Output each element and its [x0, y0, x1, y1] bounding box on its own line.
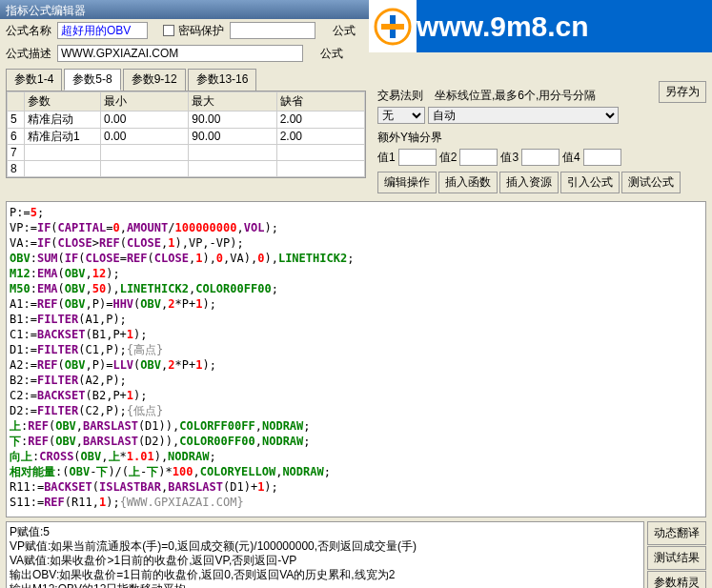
saveas-button[interactable]: 另存为 — [659, 81, 706, 103]
watermark: www.9m8.cn — [369, 0, 712, 52]
extra-y-label: 额外Y轴分界 — [377, 130, 442, 146]
param-cell[interactable] — [104, 130, 185, 143]
v2-input[interactable] — [459, 149, 498, 166]
watermark-text: www.9m8.cn — [417, 10, 589, 43]
param-cell[interactable] — [28, 113, 97, 127]
param-cell[interactable] — [280, 146, 361, 159]
param-cell[interactable] — [280, 112, 361, 126]
param-table: 参数 最小 最大 缺省 5 6 7 8 — [6, 91, 366, 178]
description-panel[interactable]: P赋值:5VP赋值:如果当前流通股本(手)=0,返回成交额(元)/1000000… — [6, 521, 644, 588]
desc-input[interactable] — [57, 45, 303, 62]
param-cell[interactable] — [192, 162, 273, 175]
code-editor[interactable]: P:=5; VP:=IF(CAPITAL=0,AMOUNT/100000000,… — [6, 201, 706, 517]
test-formula-button[interactable]: 测试公式 — [621, 172, 681, 193]
v3-input[interactable] — [521, 149, 559, 166]
param-cell[interactable] — [192, 146, 273, 159]
pwd-label: 密码保护 — [178, 23, 224, 39]
import-formula-button[interactable]: 引入公式 — [560, 172, 620, 193]
param-cell[interactable] — [28, 130, 97, 143]
param-cell[interactable] — [192, 130, 273, 143]
trade-rule-select-1[interactable]: 无 — [377, 107, 425, 124]
table-row: 6 — [8, 128, 365, 145]
param-tabs: 参数1-4 参数5-8 参数9-12 参数13-16 — [6, 69, 372, 91]
dynamic-translate-button[interactable]: 动态翻译 — [647, 521, 706, 545]
extra-y-group: 额外Y轴分界 值1 值2 值3 值4 — [377, 130, 706, 166]
pwd-checkbox[interactable] — [163, 25, 174, 36]
svg-rect-2 — [381, 24, 404, 30]
param-cell[interactable] — [280, 130, 361, 143]
param-th-idx — [8, 92, 25, 112]
insert-func-button[interactable]: 插入函数 — [438, 172, 498, 193]
param-th-name: 参数 — [25, 92, 101, 112]
param-cell[interactable] — [104, 162, 185, 175]
tab-params-9-12[interactable]: 参数9-12 — [123, 69, 186, 91]
table-row: 7 — [8, 145, 365, 161]
v1-label: 值1 — [377, 150, 396, 166]
param-wizard-button[interactable]: 参数精灵 — [647, 571, 706, 588]
formula-label-1: 公式 — [333, 23, 356, 39]
edit-op-button[interactable]: 编辑操作 — [377, 172, 437, 193]
tab-params-13-16[interactable]: 参数13-16 — [188, 69, 257, 91]
window-title: 指标公式编辑器 — [6, 4, 86, 17]
pwd-input[interactable] — [230, 22, 315, 39]
v3-label: 值3 — [500, 150, 519, 166]
param-cell[interactable] — [104, 146, 185, 159]
param-cell[interactable] — [28, 162, 97, 175]
test-result-button[interactable]: 测试结果 — [647, 546, 706, 570]
tab-params-1-4[interactable]: 参数1-4 — [6, 69, 62, 91]
v4-label: 值4 — [562, 150, 580, 166]
table-row: 5 — [8, 112, 365, 129]
watermark-logo-icon — [369, 0, 417, 52]
param-cell[interactable] — [280, 162, 361, 175]
tab-params-5-8[interactable]: 参数5-8 — [64, 69, 120, 91]
trade-rule-select-2[interactable]: 自动 — [428, 107, 619, 124]
param-cell[interactable] — [192, 112, 273, 126]
param-cell[interactable] — [104, 112, 185, 126]
param-th-max: 最大 — [189, 92, 276, 112]
param-th-def: 缺省 — [276, 92, 364, 112]
v1-input[interactable] — [398, 149, 437, 166]
trade-rule-group: 交易法则 坐标线位置,最多6个,用分号分隔 无 自动 — [377, 88, 706, 124]
desc-label: 公式描述 — [6, 46, 51, 62]
insert-res-button[interactable]: 插入资源 — [499, 172, 559, 193]
name-label: 公式名称 — [6, 23, 51, 39]
side-buttons: 动态翻译 测试结果 参数精灵 用法注释 — [647, 521, 706, 588]
trade-rule-label: 交易法则 — [377, 88, 423, 104]
v4-input[interactable] — [583, 149, 621, 166]
name-input[interactable] — [57, 22, 148, 39]
formula-label-2: 公式 — [320, 46, 343, 62]
param-cell[interactable] — [28, 146, 97, 159]
table-row: 8 — [8, 161, 365, 177]
coord-hint: 坐标线位置,最多6个,用分号分隔 — [435, 88, 596, 104]
action-buttons: 编辑操作 插入函数 插入资源 引入公式 测试公式 — [377, 172, 706, 193]
param-th-min: 最小 — [101, 92, 189, 112]
v2-label: 值2 — [439, 150, 458, 166]
